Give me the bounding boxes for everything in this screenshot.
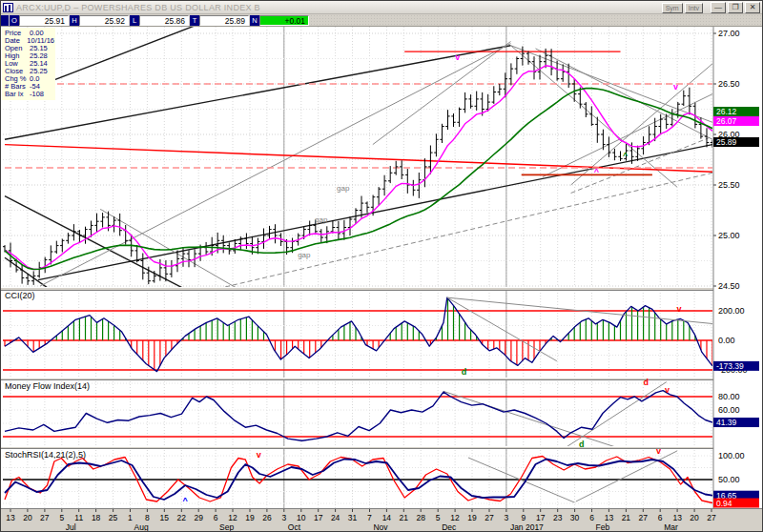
high-label: H: [70, 15, 79, 26]
svg-text:Mar: Mar: [664, 522, 678, 532]
svg-text:19: 19: [245, 513, 255, 522]
cursor-data-box: Price0.00 Date10/11/16 Open25.15 High25.…: [2, 28, 55, 100]
trade-label: T: [190, 15, 199, 26]
svg-text:10: 10: [297, 513, 306, 522]
svg-text:v: v: [665, 385, 670, 395]
svg-text:50.00: 50.00: [718, 475, 740, 484]
svg-text:14: 14: [382, 513, 392, 522]
symbol-button[interactable]: Sym: [662, 3, 683, 13]
svg-text:13: 13: [6, 513, 15, 522]
svg-text:25: 25: [109, 513, 118, 522]
svg-text:26: 26: [262, 513, 272, 522]
svg-text:^: ^: [623, 151, 629, 160]
svg-text:6: 6: [214, 513, 218, 522]
svg-text:v: v: [673, 82, 678, 92]
svg-text:Oct: Oct: [288, 522, 301, 532]
svg-text:1: 1: [128, 513, 133, 522]
low-value: 25.86: [139, 15, 189, 26]
svg-text:d: d: [579, 440, 585, 449]
svg-text:gap: gap: [337, 184, 350, 193]
svg-text:27: 27: [485, 513, 494, 522]
svg-text:18: 18: [92, 513, 101, 522]
netchange-value: +0.01: [259, 15, 309, 26]
svg-text:25.89: 25.89: [716, 137, 737, 147]
svg-text:25.50: 25.50: [718, 180, 740, 190]
svg-text:Jan 2017: Jan 2017: [510, 522, 544, 532]
info-label: Bar Ix: [5, 91, 30, 98]
svg-text:v: v: [455, 52, 460, 62]
svg-text:5: 5: [436, 513, 441, 522]
svg-text:-173.39: -173.39: [716, 361, 744, 371]
svg-text:d: d: [644, 378, 650, 387]
svg-text:v: v: [677, 304, 682, 314]
svg-text:12: 12: [450, 513, 460, 522]
svg-text:3: 3: [281, 513, 286, 522]
svg-text:Nov: Nov: [373, 522, 388, 532]
svg-text:^: ^: [594, 167, 600, 176]
svg-text:26.50: 26.50: [718, 79, 740, 89]
svg-text:26.12: 26.12: [716, 107, 737, 116]
svg-text:80.00: 80.00: [718, 392, 740, 401]
svg-text:^: ^: [183, 496, 189, 505]
svg-text:12: 12: [228, 513, 237, 522]
svg-text:200.00: 200.00: [718, 306, 745, 316]
svg-text:Feb: Feb: [596, 522, 610, 532]
svg-text:13: 13: [672, 513, 682, 522]
svg-text:23: 23: [553, 513, 563, 522]
svg-text:20: 20: [690, 513, 699, 522]
svg-text:d: d: [462, 367, 467, 377]
minimize-icon[interactable]: —: [711, 2, 726, 13]
open-value: 25.91: [19, 15, 69, 26]
svg-text:28: 28: [417, 513, 426, 522]
quote-row-handle: [1, 15, 9, 26]
svg-text:Sep: Sep: [219, 522, 234, 532]
svg-text:6: 6: [589, 513, 594, 522]
svg-text:60.00: 60.00: [718, 405, 740, 415]
svg-text:StochRSI(14,21(2),5): StochRSI(14,21(2),5): [5, 450, 86, 460]
svg-text:20: 20: [23, 513, 32, 522]
svg-text:8: 8: [145, 513, 150, 522]
svg-text:25.00: 25.00: [718, 231, 740, 240]
svg-text:24: 24: [331, 513, 340, 522]
svg-text:27: 27: [707, 513, 716, 522]
svg-text:27: 27: [40, 513, 50, 522]
svg-text:Jul: Jul: [66, 522, 76, 532]
low-label: L: [130, 15, 139, 26]
trade-value: 25.89: [199, 15, 249, 26]
window-title: ARCX:UUP,D – POWERSHARES DB US DOLLAR IN…: [16, 3, 260, 12]
svg-text:Money Flow Index(14): Money Flow Index(14): [5, 381, 90, 391]
svg-text:100.00: 100.00: [718, 451, 745, 460]
interval-button[interactable]: Intv: [685, 3, 703, 13]
svg-text:22: 22: [177, 513, 187, 522]
price-chart-canvas[interactable]: vv^^gapgapgapvddvd^vv27.0026.5026.0025.5…: [1, 1, 763, 532]
svg-text:CCI(20): CCI(20): [5, 291, 35, 300]
svg-text:gap: gap: [315, 215, 328, 224]
high-value: 25.92: [79, 15, 129, 26]
svg-text:5: 5: [59, 513, 64, 522]
svg-text:21: 21: [622, 513, 631, 522]
svg-text:15: 15: [160, 513, 170, 522]
close-icon[interactable]: ✕: [745, 2, 760, 13]
netchange-label: N: [250, 15, 259, 26]
svg-text:7: 7: [367, 513, 372, 522]
restore-icon[interactable]: ❐: [728, 2, 743, 13]
quote-row: O 25.91 H 25.92 L 25.86 T 25.89 N +0.01: [1, 14, 762, 27]
svg-text:3: 3: [505, 513, 509, 522]
svg-text:17: 17: [314, 513, 323, 522]
svg-text:27: 27: [639, 513, 649, 522]
svg-text:11: 11: [74, 513, 83, 522]
svg-text:30: 30: [570, 513, 580, 522]
app-chart-icon: [3, 3, 13, 12]
svg-text:21: 21: [400, 513, 409, 522]
svg-text:19: 19: [467, 513, 477, 522]
svg-text:v: v: [656, 446, 661, 456]
svg-text:Dec: Dec: [442, 522, 457, 532]
svg-text:9: 9: [521, 513, 526, 522]
svg-text:26.07: 26.07: [716, 116, 737, 126]
svg-text:Aug: Aug: [134, 522, 148, 532]
svg-text:6: 6: [658, 513, 663, 522]
svg-text:27.00: 27.00: [718, 29, 740, 38]
svg-text:29: 29: [194, 513, 203, 522]
svg-text:24.50: 24.50: [718, 281, 740, 291]
chart-window: vv^^gapgapgapvddvd^vv27.0026.5026.0025.5…: [0, 0, 763, 532]
